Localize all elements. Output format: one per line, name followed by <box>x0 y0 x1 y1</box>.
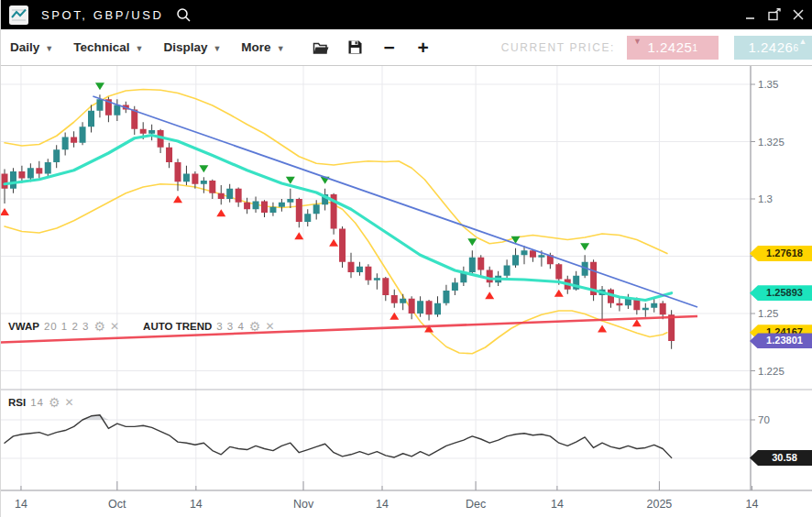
current-price-area: CURRENT PRICE: ▼ 1.24251 1.24266 ▲ <box>501 36 812 60</box>
candle-body <box>296 199 302 222</box>
buy-marker-icon <box>632 319 642 326</box>
time-tick-label: 14 <box>15 498 27 511</box>
candle-body <box>53 149 60 162</box>
candle-body <box>348 262 355 272</box>
candle-body <box>365 267 371 280</box>
price-tick-label: 1.35 <box>758 79 778 90</box>
current-price-label: CURRENT PRICE: <box>501 41 615 54</box>
candle-body <box>209 181 215 193</box>
price-tick-label: 1.3 <box>758 193 773 204</box>
candle-body <box>287 199 293 203</box>
rsi-value-tag[interactable]: 30.58 <box>750 450 812 466</box>
ask-price-badge: 1.24266 ▲ <box>734 36 812 60</box>
upper-band-line <box>5 90 667 254</box>
remove-indicator-icon[interactable]: ✕ <box>65 397 74 408</box>
rsi-indicator-label-row: RSI 14 ⚙ ✕ <box>8 397 74 408</box>
sell-marker-icon <box>580 243 589 250</box>
candle-body <box>434 303 441 315</box>
buy-marker-icon <box>216 209 225 216</box>
minimize-icon[interactable] <box>742 7 758 23</box>
candle-body <box>304 214 311 222</box>
gear-icon[interactable]: ⚙ <box>93 321 105 332</box>
axes <box>1 66 812 490</box>
candle-body <box>504 266 510 276</box>
candle-body <box>651 303 657 308</box>
candle-body <box>236 189 242 203</box>
vwap-indicator-label: VWAP 20 1 2 3 ⚙ ✕ <box>8 321 119 332</box>
price-tag-vwap-ma[interactable]: 1.25893 <box>750 285 812 301</box>
price-tag-last-price[interactable]: 1.23801 <box>750 333 812 348</box>
candle-body <box>261 202 268 214</box>
candle-body <box>226 189 233 199</box>
candle-body <box>18 171 25 179</box>
candle-body <box>114 105 120 116</box>
chart-canvas[interactable]: 1.351.3251.31.251.2257014Oct14Nov14Dec14… <box>1 66 812 517</box>
toolbar: Daily ▼ Technical ▼ Display ▼ More ▼ <box>1 29 812 66</box>
menu-daily[interactable]: Daily ▼ <box>10 40 53 54</box>
zoom-out-icon[interactable]: − <box>380 38 399 57</box>
trend-line-blue[interactable] <box>93 96 697 307</box>
candle-body <box>357 267 363 272</box>
candle-body <box>36 168 42 173</box>
candle-body <box>80 126 86 143</box>
candle-body <box>426 301 433 314</box>
menu-display[interactable]: Display ▼ <box>163 40 221 54</box>
candle-body <box>131 110 137 129</box>
buy-marker-icon <box>329 239 338 247</box>
time-axis[interactable]: 14Oct14Nov14Dec14202514 <box>15 481 759 511</box>
candle-body <box>400 299 406 303</box>
candle-body <box>660 303 666 315</box>
time-tick-label: 14 <box>746 498 759 511</box>
signal-markers <box>1 82 642 332</box>
candle-body <box>521 250 528 255</box>
candle-body <box>616 303 622 306</box>
chevron-down-icon: ▼ <box>213 42 221 53</box>
arrow-down-icon: ▼ <box>633 37 642 46</box>
candle-body <box>279 203 285 207</box>
price-tag-upper-band[interactable]: 1.27618 <box>750 246 812 261</box>
time-tick-label: Oct <box>108 498 126 511</box>
menu-technical[interactable]: Technical ▼ <box>73 40 143 54</box>
candle-body <box>27 168 34 178</box>
rsi-overbought-fill <box>5 415 672 420</box>
remove-indicator-icon[interactable]: ✕ <box>110 321 119 332</box>
candle-body <box>244 203 250 210</box>
search-icon[interactable] <box>176 7 192 23</box>
chevron-down-icon: ▼ <box>277 42 285 53</box>
app-logo-icon <box>9 6 28 25</box>
zoom-in-icon[interactable]: + <box>414 38 433 57</box>
time-tick-label: 14 <box>551 498 564 511</box>
chevron-down-icon: ▼ <box>45 42 53 53</box>
candle-body <box>382 278 389 295</box>
remove-indicator-icon[interactable]: ✕ <box>265 321 274 332</box>
candle-body <box>409 299 415 314</box>
candle-body <box>45 162 51 174</box>
popout-icon[interactable] <box>766 7 782 23</box>
vwap-ma-line <box>5 136 672 301</box>
window-controls <box>742 7 806 23</box>
candle-body <box>530 250 536 258</box>
candle-body <box>96 99 103 111</box>
gear-icon[interactable]: ⚙ <box>249 321 261 332</box>
candle-body <box>2 174 8 189</box>
open-folder-icon[interactable] <box>313 38 331 57</box>
candle-body <box>538 255 544 258</box>
buy-marker-icon <box>485 292 494 299</box>
gear-icon[interactable]: ⚙ <box>49 397 60 408</box>
chevron-down-icon: ▼ <box>135 42 143 53</box>
menu-more[interactable]: More ▼ <box>241 40 284 54</box>
rsi-pane <box>5 415 672 458</box>
candle-body <box>313 204 320 214</box>
candle-body <box>175 162 181 182</box>
price-axis[interactable]: 1.351.3251.31.251.22570 <box>751 79 785 458</box>
candle-body <box>183 174 190 182</box>
save-icon[interactable] <box>346 38 365 57</box>
close-icon[interactable] <box>790 7 806 23</box>
buy-marker-icon <box>554 290 564 297</box>
candle-body <box>512 255 519 265</box>
title-bar: SPOT, GBP/USD <box>1 0 812 29</box>
candle-body <box>218 193 225 199</box>
rsi-tick-label: 70 <box>758 414 770 425</box>
buy-marker-icon <box>598 325 607 333</box>
candle-body <box>71 138 77 143</box>
